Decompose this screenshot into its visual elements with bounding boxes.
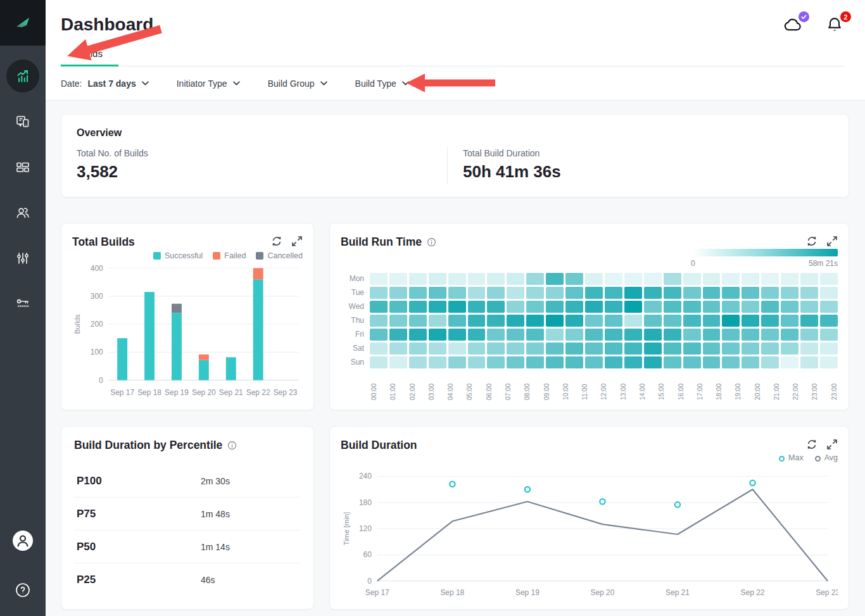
heatmap-cell[interactable] bbox=[526, 315, 544, 327]
heatmap-cell[interactable] bbox=[761, 356, 779, 368]
heatmap-cell[interactable] bbox=[820, 273, 838, 285]
heatmap-cell[interactable] bbox=[526, 356, 544, 368]
heatmap-cell[interactable] bbox=[624, 329, 642, 341]
filter-initiator-type[interactable]: Initiator Type bbox=[177, 79, 240, 89]
heatmap-cell[interactable] bbox=[507, 315, 524, 327]
heatmap-cell[interactable] bbox=[546, 356, 564, 368]
heatmap-cell[interactable] bbox=[703, 356, 721, 368]
heatmap-cell[interactable] bbox=[605, 356, 622, 368]
heatmap-cell[interactable] bbox=[409, 287, 427, 299]
heatmap-cell[interactable] bbox=[487, 301, 505, 313]
help-button[interactable] bbox=[15, 582, 30, 600]
heatmap-cell[interactable] bbox=[781, 301, 799, 313]
heatmap-cell[interactable] bbox=[448, 356, 466, 368]
heatmap-cell[interactable] bbox=[703, 301, 721, 313]
sidebar-item-dashboards[interactable] bbox=[15, 160, 30, 175]
heatmap-cell[interactable] bbox=[409, 273, 427, 285]
heatmap-cell[interactable] bbox=[389, 343, 407, 355]
heatmap-cell[interactable] bbox=[565, 356, 583, 368]
notifications-button[interactable]: 2 bbox=[826, 15, 846, 34]
heatmap-cell[interactable] bbox=[722, 315, 740, 327]
heatmap-cell[interactable] bbox=[761, 343, 779, 355]
heatmap-cell[interactable] bbox=[429, 356, 446, 368]
heatmap-cell[interactable] bbox=[526, 343, 544, 355]
heatmap-cell[interactable] bbox=[722, 329, 740, 341]
heatmap-cell[interactable] bbox=[703, 315, 721, 327]
tab-builds[interactable]: Builds bbox=[61, 48, 118, 66]
heatmap-cell[interactable] bbox=[585, 315, 603, 327]
heatmap-cell[interactable] bbox=[742, 301, 759, 313]
heatmap-cell[interactable] bbox=[800, 273, 818, 285]
heatmap-cell[interactable] bbox=[781, 356, 799, 368]
heatmap-cell[interactable] bbox=[820, 301, 838, 313]
heatmap-cell[interactable] bbox=[605, 329, 622, 341]
heatmap-cell[interactable] bbox=[644, 315, 662, 327]
heatmap-cell[interactable] bbox=[800, 356, 818, 368]
heatmap-cell[interactable] bbox=[409, 356, 427, 368]
heatmap-cell[interactable] bbox=[742, 329, 759, 341]
info-icon[interactable] bbox=[227, 441, 237, 450]
heatmap-cell[interactable] bbox=[370, 329, 388, 341]
heatmap-cell[interactable] bbox=[507, 287, 524, 299]
heatmap-cell[interactable] bbox=[703, 273, 721, 285]
heatmap-cell[interactable] bbox=[526, 273, 544, 285]
heatmap-cell[interactable] bbox=[624, 356, 642, 368]
heatmap-cell[interactable] bbox=[644, 356, 662, 368]
heatmap-cell[interactable] bbox=[683, 287, 701, 299]
heatmap-cell[interactable] bbox=[370, 287, 388, 299]
heatmap-cell[interactable] bbox=[781, 329, 799, 341]
heatmap-cell[interactable] bbox=[468, 273, 486, 285]
heatmap-cell[interactable] bbox=[703, 329, 721, 341]
sidebar-item-api-keys[interactable] bbox=[15, 296, 30, 311]
heatmap-cell[interactable] bbox=[781, 273, 799, 285]
heatmap-cell[interactable] bbox=[820, 343, 838, 355]
heatmap-cell[interactable] bbox=[722, 356, 740, 368]
heatmap-cell[interactable] bbox=[664, 343, 681, 355]
heatmap-cell[interactable] bbox=[546, 301, 564, 313]
heatmap-cell[interactable] bbox=[565, 287, 583, 299]
heatmap-cell[interactable] bbox=[546, 273, 564, 285]
heatmap-cell[interactable] bbox=[487, 356, 505, 368]
heatmap-cell[interactable] bbox=[585, 301, 603, 313]
heatmap-cell[interactable] bbox=[429, 301, 446, 313]
heatmap-cell[interactable] bbox=[448, 301, 466, 313]
heatmap-cell[interactable] bbox=[761, 329, 779, 341]
heatmap-cell[interactable] bbox=[526, 287, 544, 299]
heatmap-cell[interactable] bbox=[546, 329, 564, 341]
heatmap-cell[interactable] bbox=[781, 343, 799, 355]
heatmap-cell[interactable] bbox=[761, 273, 779, 285]
heatmap-cell[interactable] bbox=[761, 287, 779, 299]
heatmap-cell[interactable] bbox=[526, 301, 544, 313]
heatmap-cell[interactable] bbox=[624, 315, 642, 327]
heatmap-cell[interactable] bbox=[429, 315, 446, 327]
heatmap-cell[interactable] bbox=[683, 315, 701, 327]
filter-build-type[interactable]: Build Type bbox=[355, 79, 409, 89]
heatmap-cell[interactable] bbox=[448, 273, 466, 285]
heatmap-cell[interactable] bbox=[507, 329, 524, 341]
heatmap-cell[interactable] bbox=[468, 329, 486, 341]
heatmap-cell[interactable] bbox=[487, 343, 505, 355]
heatmap-cell[interactable] bbox=[722, 287, 740, 299]
heatmap-cell[interactable] bbox=[703, 343, 721, 355]
heatmap-cell[interactable] bbox=[722, 301, 740, 313]
heatmap-cell[interactable] bbox=[448, 315, 466, 327]
heatmap-cell[interactable] bbox=[800, 287, 818, 299]
heatmap-cell[interactable] bbox=[703, 287, 721, 299]
heatmap-cell[interactable] bbox=[664, 301, 681, 313]
heatmap-cell[interactable] bbox=[389, 273, 407, 285]
heatmap-cell[interactable] bbox=[605, 273, 622, 285]
filter-date[interactable]: Date:Last 7 days bbox=[61, 79, 149, 89]
heatmap-cell[interactable] bbox=[624, 287, 642, 299]
heatmap-cell[interactable] bbox=[605, 315, 622, 327]
heatmap-cell[interactable] bbox=[389, 287, 407, 299]
heatmap-cell[interactable] bbox=[507, 356, 524, 368]
heatmap-cell[interactable] bbox=[585, 329, 603, 341]
heatmap-cell[interactable] bbox=[644, 329, 662, 341]
info-icon[interactable] bbox=[427, 237, 436, 247]
heatmap-cell[interactable] bbox=[429, 343, 446, 355]
heatmap-cell[interactable] bbox=[800, 315, 818, 327]
sidebar-item-apps[interactable] bbox=[15, 114, 30, 129]
heatmap-cell[interactable] bbox=[546, 343, 564, 355]
heatmap-cell[interactable] bbox=[370, 315, 388, 327]
heatmap-cell[interactable] bbox=[389, 315, 407, 327]
